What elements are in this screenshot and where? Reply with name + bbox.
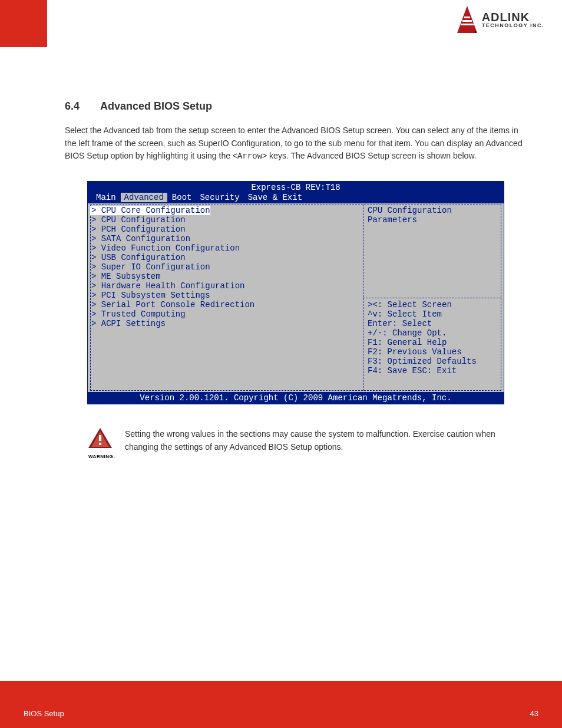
svg-rect-2 xyxy=(462,20,472,22)
bios-item[interactable]: > ME Subsystem xyxy=(91,272,362,281)
bios-item[interactable]: > SATA Configuration xyxy=(91,234,362,243)
logo-text-line2: TECHNOLOGY INC. xyxy=(482,23,544,28)
page-content: 6.4 Advanced BIOS Setup Select the Advan… xyxy=(65,100,527,460)
warning-icon xyxy=(88,428,112,449)
bios-help-line: F2: Previous Values xyxy=(368,347,500,357)
bios-item[interactable]: > Video Function Configuration xyxy=(91,243,362,253)
header-red-square xyxy=(0,0,47,47)
bios-item[interactable]: > USB Configuration xyxy=(91,253,362,262)
svg-marker-0 xyxy=(457,6,477,33)
svg-rect-8 xyxy=(99,443,101,445)
bios-tab-main[interactable]: Main xyxy=(92,193,120,202)
bios-menu: MainAdvancedBootSecuritySave & Exit xyxy=(88,193,504,203)
bios-body: > CPU Core Configuration> CPU Configurat… xyxy=(88,203,504,392)
svg-rect-3 xyxy=(464,17,470,18)
bios-item[interactable]: > Trusted Computing xyxy=(91,309,362,319)
bios-item[interactable]: > Serial Port Console Redirection xyxy=(91,300,362,309)
bios-right-column: CPU ConfigurationParameters><: Select Sc… xyxy=(368,206,500,375)
footer-left: BIOS Setup xyxy=(24,709,64,728)
bios-desc-line: CPU Configuration xyxy=(368,206,500,215)
warning-text: Setting the wrong values in the sections… xyxy=(125,428,527,453)
bios-tab-advanced[interactable]: Advanced xyxy=(121,193,167,202)
bios-desc-line: Parameters xyxy=(368,215,500,225)
section-header: 6.4 Advanced BIOS Setup xyxy=(65,100,527,113)
svg-rect-7 xyxy=(99,435,101,441)
bios-help-line: F1: General Help xyxy=(368,338,500,347)
section-number: 6.4 xyxy=(65,100,88,113)
bios-left-column: > CPU Core Configuration> CPU Configurat… xyxy=(91,206,362,328)
bios-screenshot: Express-CB REV:T18 MainAdvancedBootSecur… xyxy=(87,181,504,404)
bios-item[interactable]: > Hardware Health Configuration xyxy=(91,281,362,291)
brand-logo: ADLINK TECHNOLOGY INC. xyxy=(457,6,544,33)
bios-title: Express-CB REV:T18 xyxy=(88,182,504,193)
page-footer: BIOS Setup 43 xyxy=(0,681,562,728)
bios-item[interactable]: > ACPI Settings xyxy=(91,319,362,328)
warning-caption: WARNING: xyxy=(88,453,112,460)
bios-help-line: F4: Save ESC: Exit xyxy=(368,366,500,375)
bios-footer: Version 2.00.1201. Copyright (C) 2009 Am… xyxy=(88,392,504,404)
arrow-key-label: Arrow xyxy=(237,151,262,161)
bios-help-line: +/-: Change Opt. xyxy=(368,328,500,338)
bios-help-line: F3: Optimized Defaults xyxy=(368,357,500,366)
adlink-triangle-icon xyxy=(457,6,477,33)
intro-paragraph: Select the Advanced tab from the setup s… xyxy=(65,124,527,163)
bios-item[interactable]: > CPU Configuration xyxy=(91,215,362,225)
bios-tab-boot[interactable]: Boot xyxy=(168,193,196,202)
bios-help-line: ^v: Select Item xyxy=(368,309,500,319)
bios-tab-save-exit[interactable]: Save & Exit xyxy=(244,193,306,202)
warning-block: WARNING: Setting the wrong values in the… xyxy=(65,428,527,460)
bios-item[interactable]: > Super IO Configuration xyxy=(91,262,362,272)
bios-help-line: ><: Select Screen xyxy=(368,300,500,309)
bios-item[interactable]: > PCI Subsystem Settings xyxy=(91,291,362,300)
bios-item[interactable]: > CPU Core Configuration xyxy=(90,206,210,215)
bios-tab-security[interactable]: Security xyxy=(196,193,243,202)
logo-text-line1: ADLINK xyxy=(482,11,544,23)
svg-point-4 xyxy=(474,31,475,32)
svg-rect-1 xyxy=(461,24,474,25)
bios-help-line: Enter: Select xyxy=(368,319,500,328)
bios-item[interactable]: > PCH Configuration xyxy=(91,225,362,234)
footer-right: 43 xyxy=(530,709,538,728)
section-title: Advanced BIOS Setup xyxy=(100,100,212,113)
